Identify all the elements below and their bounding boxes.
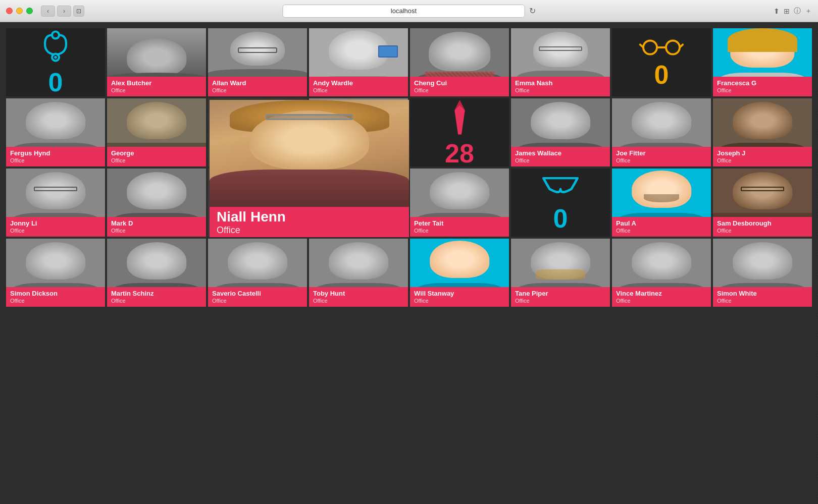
- simon-white-name: Simon White: [717, 290, 808, 298]
- tab-button[interactable]: ⊡: [73, 6, 84, 17]
- george-name: George: [111, 149, 202, 157]
- george-label: George Office: [107, 147, 206, 166]
- saverio-castelli-role: Office: [212, 298, 303, 304]
- vince-martinez-label: Vince Martinez Office: [612, 287, 711, 307]
- close-button[interactable]: [6, 8, 13, 14]
- francesca-g-card[interactable]: Francesca G Office: [713, 28, 812, 96]
- martin-schinz-card[interactable]: Martin Schinz Office: [107, 239, 206, 307]
- back-button[interactable]: ‹: [41, 6, 55, 17]
- francesca-g-role: Office: [717, 87, 808, 93]
- forward-button[interactable]: ›: [57, 6, 71, 17]
- simon-white-label: Simon White Office: [713, 287, 812, 307]
- martin-schinz-role: Office: [111, 298, 202, 304]
- joe-fitter-label: Joe Fitter Office: [612, 147, 711, 166]
- joe-fitter-card[interactable]: Joe Fitter Office: [612, 98, 711, 166]
- fergus-hynd-label: Fergus Hynd Office: [6, 147, 105, 166]
- niall-henn-role: Office: [217, 225, 402, 236]
- tane-piper-name: Tane Piper: [515, 290, 606, 298]
- will-stanway-role: Office: [414, 298, 505, 304]
- simon-dickson-card[interactable]: Simon Dickson Office: [6, 239, 105, 307]
- info-button[interactable]: ⓘ: [794, 7, 801, 16]
- george-card[interactable]: George Office: [107, 98, 206, 166]
- niall-henn-expanded-card[interactable]: Niall Henn Office: [210, 100, 409, 237]
- underwear-placeholder-card[interactable]: 0: [511, 169, 610, 237]
- new-tab-button[interactable]: ＋: [805, 7, 812, 16]
- refresh-button[interactable]: ↻: [529, 6, 536, 16]
- mark-d-card[interactable]: Mark D Office: [107, 169, 206, 237]
- joseph-j-label: Joseph J Office: [713, 147, 812, 166]
- maximize-button[interactable]: [26, 8, 33, 14]
- fergus-hynd-card[interactable]: Fergus Hynd Office: [6, 98, 105, 166]
- saverio-castelli-label: Saverio Castelli Office: [208, 287, 307, 307]
- allan-ward-label: Allan Ward Office: [208, 77, 307, 96]
- address-bar[interactable]: localhost: [283, 5, 525, 18]
- svg-point-4: [666, 40, 680, 54]
- alex-butcher-name: Alex Butcher: [111, 79, 202, 87]
- svg-marker-8: [454, 100, 465, 134]
- tane-piper-role: Office: [515, 298, 606, 304]
- mark-d-name: Mark D: [111, 219, 202, 228]
- alex-butcher-card[interactable]: Alex Butcher Office: [107, 28, 206, 96]
- emma-nash-card[interactable]: Emma Nash Office: [511, 28, 610, 96]
- mark-d-role: Office: [111, 228, 202, 234]
- peter-tait-label: Peter Tait Office: [410, 217, 509, 237]
- glasses-icon: [639, 37, 684, 58]
- address-bar-container: localhost ↻: [283, 5, 536, 18]
- cheng-cui-role: Office: [414, 87, 505, 93]
- will-stanway-name: Will Stanway: [414, 290, 505, 298]
- minimize-button[interactable]: [16, 8, 23, 14]
- peter-tait-card[interactable]: Peter Tait Office: [410, 169, 509, 237]
- main-content: 0 Alex Butcher Office: [0, 22, 818, 504]
- window-controls: [6, 8, 33, 14]
- toby-hunt-card[interactable]: Toby Hunt Office: [309, 239, 408, 307]
- jonny-li-role: Office: [10, 228, 101, 234]
- allan-ward-name: Allan Ward: [212, 79, 303, 87]
- emma-nash-label: Emma Nash Office: [511, 77, 610, 96]
- vince-martinez-name: Vince Martinez: [616, 290, 707, 298]
- james-wallace-card[interactable]: James Wallace Office: [511, 98, 610, 166]
- jonny-li-name: Jonny Li: [10, 219, 101, 228]
- share-button[interactable]: ⬆: [774, 7, 780, 15]
- underwear-count: 0: [553, 205, 568, 232]
- francesca-g-name: Francesca G: [717, 79, 808, 87]
- cheng-cui-card[interactable]: Cheng Cui Office: [410, 28, 509, 96]
- niall-henn-name: Niall Henn: [217, 209, 402, 225]
- will-stanway-card[interactable]: Will Stanway Office: [410, 239, 509, 307]
- person-grid: 0 Alex Butcher Office: [6, 28, 812, 307]
- james-wallace-label: James Wallace Office: [511, 147, 610, 166]
- tane-piper-card[interactable]: Tane Piper Office: [511, 239, 610, 307]
- niall-henn-label: Niall Henn Office: [210, 207, 409, 237]
- andy-wardle-card[interactable]: Andy Wardle Office: [309, 28, 408, 96]
- allan-ward-card[interactable]: Allan Ward Office: [208, 28, 307, 96]
- fergus-hynd-name: Fergus Hynd: [10, 149, 101, 157]
- emma-nash-name: Emma Nash: [515, 79, 606, 87]
- simon-dickson-name: Simon Dickson: [10, 290, 101, 298]
- stethoscope-placeholder-card[interactable]: 0: [6, 28, 105, 96]
- jonny-li-card[interactable]: Jonny Li Office: [6, 169, 105, 237]
- joseph-j-role: Office: [717, 157, 808, 163]
- cheng-cui-name: Cheng Cui: [414, 79, 505, 87]
- svg-point-3: [643, 40, 657, 54]
- alex-butcher-role: Office: [111, 87, 202, 93]
- underwear-icon: [540, 174, 581, 201]
- url-text: localhost: [391, 7, 417, 15]
- stethoscope-count: 0: [48, 69, 63, 95]
- glasses-placeholder-card[interactable]: 0: [612, 28, 711, 96]
- peter-tait-role: Office: [414, 228, 505, 234]
- toby-hunt-name: Toby Hunt: [313, 290, 404, 298]
- nav-buttons: ‹ › ⊡: [41, 6, 84, 17]
- sam-desborough-card[interactable]: Sam Desborough Office: [713, 169, 812, 237]
- svg-point-2: [54, 55, 57, 59]
- tie-placeholder-card[interactable]: 28: [410, 98, 509, 166]
- joseph-j-card[interactable]: Joseph J Office: [713, 98, 812, 166]
- paul-a-card[interactable]: Paul A Office: [612, 169, 711, 237]
- saverio-castelli-card[interactable]: Saverio Castelli Office: [208, 239, 307, 307]
- simon-white-card[interactable]: Simon White Office: [713, 239, 812, 307]
- add-tab-button[interactable]: ⊞: [784, 7, 790, 15]
- tie-icon: [446, 98, 474, 136]
- martin-schinz-label: Martin Schinz Office: [107, 287, 206, 307]
- vince-martinez-card[interactable]: Vince Martinez Office: [612, 239, 711, 307]
- allan-ward-role: Office: [212, 87, 303, 93]
- james-wallace-name: James Wallace: [515, 149, 606, 157]
- will-stanway-label: Will Stanway Office: [410, 287, 509, 307]
